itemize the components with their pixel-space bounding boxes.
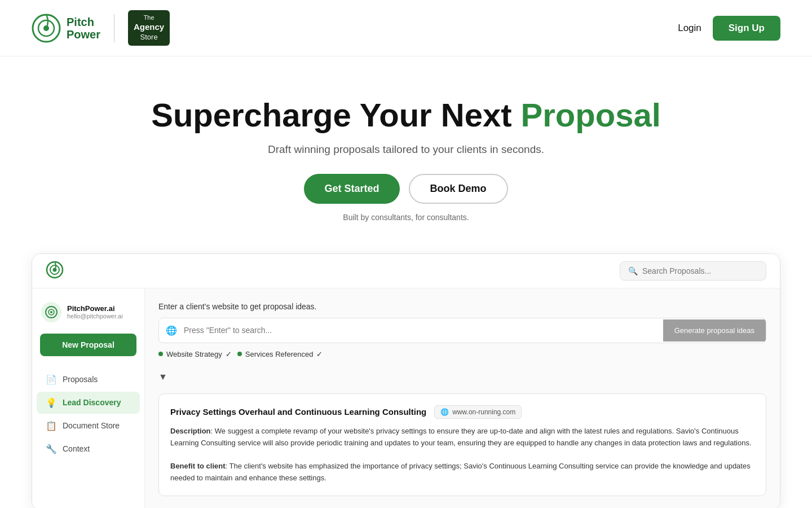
proposal-card: Privacy Settings Overhaul and Continuous… [158,393,766,496]
proposal-card-url-text: www.on-running.com [452,408,515,416]
tag-dot-1 [158,352,163,356]
sidebar-item-proposals[interactable]: 📄 Proposals [37,369,140,391]
tag-dot-2 [237,352,242,356]
sidebar-item-label-context: Context [63,444,90,453]
tag-label-2: Services Referenced [245,350,314,358]
tag-row: Website Strategy ✓ Services Referenced ✓ [158,350,766,358]
hero-title: Supercharge Your Next Proposal [11,97,801,133]
proposal-benefit: Benefit to client: The client's website … [170,461,754,484]
login-button[interactable]: Login [678,23,701,34]
benefit-label: Benefit to client [170,462,226,470]
header: PitchPower The Agency Store Login Sign U… [0,0,812,56]
app-preview: 🔍 PitchPower.ai hello@pitchpower.ai [32,253,780,508]
sidebar-nav: 📄 Proposals 💡 Lead Discovery 📋 Document … [32,369,144,460]
proposal-card-url[interactable]: 🌐 www.on-running.com [434,405,522,419]
built-by-text: Built by consultants, for consultants. [11,213,801,222]
app-logo-icon [46,261,64,279]
app-sidebar: PitchPower.ai hello@pitchpower.ai New Pr… [32,288,145,508]
avatar-icon [45,305,58,319]
url-globe-icon-card: 🌐 [440,408,449,416]
description-text: We suggest a complete revamp of your web… [170,427,752,447]
header-actions: Login Sign Up [678,16,780,41]
signup-button[interactable]: Sign Up [713,16,780,41]
proposal-card-body: Description: We suggest a complete revam… [170,426,754,484]
proposals-icon: 📄 [46,374,57,385]
tag-label-1: Website Strategy [166,350,222,358]
hero-buttons: Get Started Book Demo [11,174,801,204]
sidebar-profile: PitchPower.ai hello@pitchpower.ai [32,302,144,334]
url-input[interactable] [184,319,663,341]
description-label: Description [170,427,211,435]
sidebar-item-lead-discovery[interactable]: 💡 Lead Discovery [37,392,140,414]
hero-subtitle: Draft winning proposals tailored to your… [11,143,801,156]
document-store-icon: 📋 [46,421,57,431]
pitchpower-logo: PitchPower [32,14,100,43]
url-input-section: Enter a client's website to get proposal… [158,302,766,358]
book-demo-button[interactable]: Book Demo [409,174,508,204]
sidebar-item-label-document-store: Document Store [63,421,120,430]
app-body: PitchPower.ai hello@pitchpower.ai New Pr… [32,288,780,508]
logo-divider [114,14,114,42]
lead-discovery-icon: 💡 [46,397,57,408]
profile-name: PitchPower.ai [67,304,123,313]
sidebar-item-context[interactable]: 🔧 Context [37,438,140,460]
profile-email: hello@pitchpower.ai [67,313,123,319]
benefit-text: The client's website has emphasized the … [170,462,751,482]
app-logo [46,261,64,281]
hero-section: Supercharge Your Next Proposal Draft win… [0,56,812,253]
new-proposal-button[interactable]: New Proposal [40,334,136,356]
tag-check-1: ✓ [226,350,232,358]
avatar [41,302,61,322]
context-icon: 🔧 [46,444,57,454]
proposal-card-header: Privacy Settings Overhaul and Continuous… [170,405,754,419]
sidebar-item-label-proposals: Proposals [63,375,98,384]
tag-check-2: ✓ [316,350,323,358]
url-input-row: 🌐 Generate proposal ideas [158,318,766,343]
search-input[interactable] [642,266,758,275]
tag-website-strategy: Website Strategy ✓ [158,350,232,358]
header-logo: PitchPower The Agency Store [32,10,170,46]
generate-proposals-button[interactable]: Generate proposal ideas [663,319,766,341]
svg-point-8 [50,311,52,313]
app-topbar: 🔍 [32,254,780,288]
proposal-card-title: Privacy Settings Overhaul and Continuous… [170,407,426,417]
search-icon: 🔍 [628,266,638,275]
filter-icon: ▼ [158,372,167,382]
search-bar[interactable]: 🔍 [620,261,766,281]
sidebar-item-label-lead-discovery: Lead Discovery [63,398,121,407]
pitchpower-text: PitchPower [67,16,100,41]
globe-icon: 🌐 [159,318,184,343]
tag-services-referenced: Services Referenced ✓ [237,350,323,358]
agency-store-badge: The Agency Store [128,10,170,46]
filter-icon-row[interactable]: ▼ [158,367,766,387]
app-main: Enter a client's website to get proposal… [145,288,780,508]
get-started-button[interactable]: Get Started [304,174,399,204]
sidebar-item-document-store[interactable]: 📋 Document Store [37,415,140,437]
pitchpower-icon [32,14,61,43]
sidebar-profile-info: PitchPower.ai hello@pitchpower.ai [67,304,123,319]
proposal-description: Description: We suggest a complete revam… [170,426,754,449]
url-input-label: Enter a client's website to get proposal… [158,302,766,311]
hero-title-part1: Supercharge Your Next [151,97,520,133]
hero-title-part2: Proposal [521,97,661,133]
